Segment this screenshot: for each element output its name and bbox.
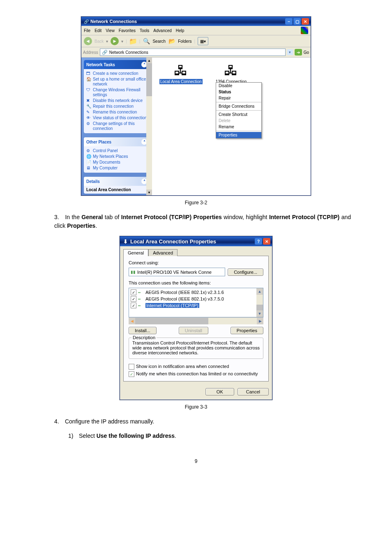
scroll-up-icon[interactable]: ▲	[146, 58, 152, 63]
checkbox-icon[interactable]: ✓	[131, 296, 136, 302]
cm-repair[interactable]: Repair	[216, 95, 261, 101]
checkbox-icon[interactable]: ✓	[131, 289, 136, 295]
notify-checkbox[interactable]: ✓ Notify me when this connection has lim…	[129, 371, 263, 377]
place-network-places[interactable]: 🌐My Network Places	[86, 154, 147, 160]
scroll-down-icon[interactable]: ▼	[256, 310, 263, 317]
place-my-computer[interactable]: 🖥My Computer	[86, 165, 147, 171]
folders-label[interactable]: Folders	[178, 39, 191, 44]
step-4-1-text: 1) Select Use the following IP address.	[41, 432, 351, 440]
place-my-documents[interactable]: 📄My Documents	[86, 160, 147, 165]
scroll-right-icon[interactable]: ▶	[257, 318, 263, 324]
forward-button[interactable]: ►	[111, 37, 119, 45]
task-change-settings[interactable]: ⚙Change settings of this connection	[86, 121, 147, 132]
scroll-thumb[interactable]	[135, 318, 208, 324]
address-dropdown-icon[interactable]: ▾	[287, 49, 293, 55]
menu-file[interactable]: File	[84, 28, 90, 33]
checkbox-icon[interactable]: ✓	[131, 303, 136, 308]
scroll-down-icon[interactable]: ▼	[146, 190, 152, 195]
figure-caption: Figure 3-2	[41, 200, 351, 206]
menu-advanced[interactable]: Advanced	[153, 28, 171, 33]
nic-icon: ▮▮	[131, 270, 136, 274]
network-tasks-header[interactable]: Network Tasks ˄	[84, 60, 150, 69]
menu-edit[interactable]: Edit	[95, 28, 101, 33]
tab-advanced[interactable]: Advanced	[148, 249, 178, 256]
cm-properties[interactable]: Properties	[216, 132, 261, 138]
close-button[interactable]: ✕	[302, 18, 309, 25]
go-button[interactable]: ➔	[295, 49, 302, 56]
cm-delete: Delete	[216, 118, 261, 124]
scroll-up-icon[interactable]: ▲	[256, 288, 263, 295]
tab-general[interactable]: General	[123, 249, 148, 256]
1394-connection-item[interactable]: 🖧 1394 Connection	[215, 63, 248, 84]
task-create-connection[interactable]: 🗔Create a new connection	[86, 71, 147, 76]
local-area-connection-item[interactable]: 🖧 Local Area Connection	[159, 63, 203, 84]
window-title: Local Area Connection Properties	[130, 238, 216, 245]
search-icon[interactable]: 🔍	[143, 37, 150, 45]
minimize-button[interactable]: –	[285, 18, 293, 25]
address-input[interactable]: 🔗 Network Connections	[100, 49, 286, 56]
tab-content: Connect using: ▮▮ Intel(R) PRO/100 VE Ne…	[123, 256, 269, 382]
lac-properties-window: ⬇ Local Area Connection Properties ? ✕ G…	[120, 236, 272, 400]
back-label: Back	[95, 39, 104, 44]
up-folder-icon[interactable]: 📁	[129, 37, 137, 45]
properties-button[interactable]: Properties	[231, 327, 263, 334]
cm-status[interactable]: Status	[216, 89, 261, 95]
menu-help[interactable]: Help	[176, 28, 184, 33]
list-hscrollbar[interactable]: ◀ ▶	[129, 317, 263, 324]
checkbox-icon[interactable]	[129, 364, 134, 370]
list-item[interactable]: ✓ ╍ AEGIS Protocol (IEEE 802.1x) v3.7.5.…	[131, 296, 261, 302]
1394-icon: 🖧	[224, 63, 238, 77]
window-icon: 🔗	[84, 19, 89, 24]
menu-bar: File Edit View Favorites Tools Advanced …	[81, 26, 311, 35]
protocol-icon: ╍	[138, 297, 144, 301]
maximize-button[interactable]: ▢	[293, 18, 301, 25]
cm-bridge[interactable]: Bridge Connections	[216, 103, 261, 109]
nic-field: ▮▮ Intel(R) PRO/100 VE Network Conne	[129, 268, 225, 276]
search-label[interactable]: Search	[152, 39, 166, 44]
task-disable-device[interactable]: ✖Disable this network device	[86, 98, 147, 104]
menu-view[interactable]: View	[106, 28, 115, 33]
scroll-thumb[interactable]	[146, 63, 152, 96]
scrollbar[interactable]: ▲ ▼	[146, 58, 152, 195]
items-list[interactable]: ✓ ╍ AEGIS Protocol (IEEE 802.1x) v2.3.1.…	[129, 288, 263, 317]
scroll-thumb[interactable]	[256, 305, 263, 310]
network-connections-window: 🔗 Network Connections – ▢ ✕ File Edit Vi…	[81, 16, 311, 196]
scroll-left-icon[interactable]: ◀	[129, 318, 135, 324]
folders-icon[interactable]: 📂	[168, 37, 175, 45]
place-control-panel[interactable]: ⚙Control Panel	[86, 148, 147, 154]
nic-value: Intel(R) PRO/100 VE Network Conne	[137, 270, 212, 275]
back-button[interactable]: ◄	[84, 37, 92, 45]
menu-favorites[interactable]: Favorites	[119, 28, 136, 33]
list-scrollbar[interactable]: ▲ ▼	[256, 288, 263, 317]
list-item[interactable]: ✓ ╍ AEGIS Protocol (IEEE 802.1x) v2.3.1.…	[131, 289, 261, 296]
close-button[interactable]: ✕	[263, 238, 270, 245]
cancel-button[interactable]: Cancel	[238, 388, 269, 395]
items-label: This connection uses the following items…	[129, 280, 263, 285]
help-button[interactable]: ?	[255, 238, 262, 245]
task-rename[interactable]: ✎Rename this connection	[86, 109, 147, 115]
other-places-header[interactable]: Other Places ˄	[84, 137, 150, 146]
configure-button[interactable]: Configure...	[228, 268, 263, 276]
task-firewall[interactable]: 🛡Change Windows Firewall settings	[86, 87, 147, 98]
cm-shortcut[interactable]: Create Shortcut	[216, 111, 261, 118]
task-view-status[interactable]: 👁View status of this connection	[86, 115, 147, 121]
context-menu: Disable Status Repair Bridge Connections…	[216, 82, 262, 139]
network-tasks-section: Network Tasks ˄ 🗔Create a new connection…	[84, 60, 150, 133]
list-item-tcpip[interactable]: ✓ ╍ Internet Protocol (TCP/IP)	[131, 302, 261, 309]
cm-rename[interactable]: Rename	[216, 124, 261, 130]
task-setup-network[interactable]: 🏠Set up a home or small office network	[86, 76, 147, 87]
details-header[interactable]: Details ˄	[84, 177, 150, 186]
local-area-connection-label: Local Area Connection	[159, 79, 203, 84]
install-button[interactable]: Install...	[129, 327, 157, 334]
task-repair[interactable]: 🔧Repair this connection	[86, 104, 147, 109]
views-icon[interactable]: ▦▾	[198, 37, 208, 45]
protocol-icon: ╍	[138, 303, 144, 308]
cm-disable[interactable]: Disable	[216, 83, 261, 89]
show-icon-checkbox[interactable]: Show icon in notification area when conn…	[129, 364, 263, 370]
address-label: Address	[83, 50, 98, 55]
checkbox-icon[interactable]: ✓	[129, 371, 134, 377]
menu-tools[interactable]: Tools	[140, 28, 149, 33]
address-value: Network Connections	[109, 50, 148, 55]
step-3-text: 3. In the General tab of Internet Protoc…	[41, 213, 351, 230]
ok-button[interactable]: OK	[205, 388, 234, 395]
